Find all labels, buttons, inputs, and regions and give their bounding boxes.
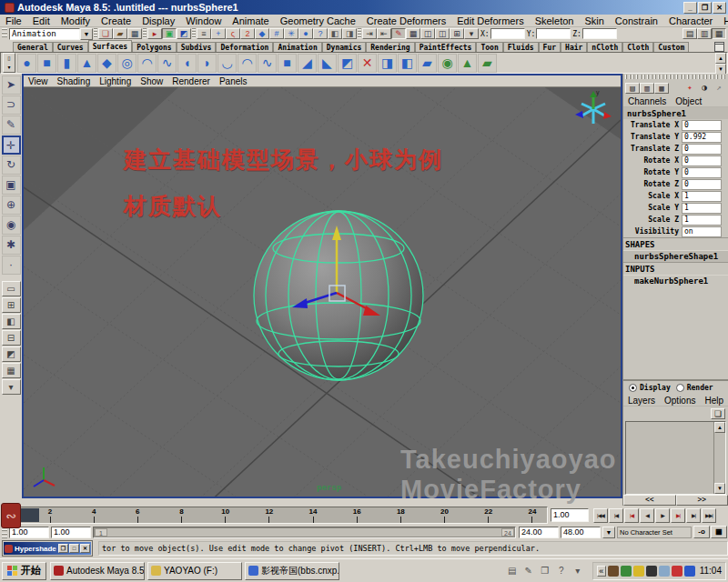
channel-label[interactable]: Scale X [623,192,682,200]
channel-label[interactable]: Translate Z [623,145,682,153]
enter-edit-mode-icon[interactable]: ⇥ [362,28,377,39]
time-tick[interactable]: 16 [351,507,362,523]
layer-editor-menu-item[interactable]: Help [700,396,728,406]
menu-item[interactable]: Constrain [610,15,663,27]
scroll-up-icon[interactable]: ▲ [715,53,726,64]
menu-set-selector[interactable]: Animation ▼ [9,28,93,40]
boundary-icon[interactable]: ■ [278,54,297,73]
help-icon[interactable]: ? [554,564,569,578]
hypershade-restore-button[interactable]: ❐ [58,544,68,553]
play-forward-button[interactable]: ▶ [655,508,670,523]
hypershade-close-button[interactable]: ✕ [80,544,90,553]
channel-label[interactable]: Rotate Z [623,180,682,188]
hypershade-persp-layout-button[interactable]: ◩ [2,346,21,362]
channel-value-input[interactable]: 0 [682,167,722,178]
auto-keyframe-icon[interactable]: ▦ [711,526,727,538]
coordinate-input[interactable] [582,28,617,39]
current-time-field[interactable]: 1.00 [551,508,589,522]
time-tick[interactable]: 8 [177,507,187,523]
persp-outliner-layout-button[interactable]: ◧ [2,314,21,329]
taskbar-task-button[interactable]: YAOYAO (F:) [147,562,242,580]
channel-value-input[interactable]: 1 [682,191,722,202]
separator[interactable] [94,28,97,39]
step-forward-frame-button[interactable]: ▶| [686,508,701,523]
taskbar-task-button[interactable]: 影视帝国(bbs.cnxp.com... [245,562,339,580]
tray-icon-6[interactable] [672,566,682,577]
printer-icon[interactable]: ▤ [505,564,520,578]
menu-item[interactable]: Character [663,15,718,27]
separator[interactable] [192,28,196,39]
exit-edit-mode-icon[interactable]: ⇤ [377,28,391,39]
toggle-tool-settings-icon[interactable]: ▥ [697,28,712,39]
shelf-selector-button[interactable]: ▯▾ [3,53,15,73]
menu-item[interactable]: Skin [579,15,609,27]
viewport-menu-item[interactable]: View [24,76,53,86]
channel-manip-mode-icon[interactable]: ▥ [640,83,654,94]
shelf-tab[interactable]: Deformation [216,42,273,52]
render-radio[interactable] [676,384,684,392]
shelf-tab[interactable]: Custom [653,42,689,52]
viewport-menu-item[interactable]: Renderer [167,76,215,86]
planar-icon[interactable]: ◖ [177,54,197,73]
character-set-dropdown-icon[interactable]: ▼ [602,527,615,538]
show-manipulator-tool[interactable]: ✱ [2,236,21,255]
layer-editor-menu-item[interactable]: Options [660,396,700,406]
range-end-handle[interactable]: 24 [501,528,514,537]
rotate-tool[interactable]: ↻ [2,156,21,175]
universal-manipulator-tool[interactable]: ⊕ [2,196,21,215]
nurbs-torus-icon[interactable]: ◎ [117,54,136,73]
viewport-menu-item[interactable]: Show [136,76,167,86]
minimize-button[interactable]: _ [683,2,697,14]
time-tick[interactable]: 12 [264,507,275,523]
paint-select-tool[interactable]: ✎ [2,115,21,135]
loft-icon[interactable]: ∿ [157,54,177,73]
go-to-end-button[interactable]: ▶▶| [702,508,716,523]
playback-end-field[interactable]: 24.00 [519,527,559,538]
viewport-menu-item[interactable]: Panels [215,76,252,86]
display-radio[interactable] [629,384,637,392]
menu-item[interactable]: Skeleton [530,15,580,27]
menu-item[interactable]: Edit [27,15,56,27]
go-to-start-button[interactable]: |◀◀ [593,508,608,523]
tray-icon-2[interactable] [621,566,632,577]
lock-selection-icon[interactable]: ◧ [328,28,342,39]
separator[interactable] [143,28,147,39]
layer-editor-menu-item[interactable]: Layers [623,396,660,406]
animation-end-field[interactable]: 48.00 [561,527,601,538]
nurbs-cube-icon[interactable]: ■ [37,54,56,73]
channel-slider-mode-icon[interactable]: ▤ [625,83,640,94]
insert-isoparms-icon[interactable]: ▲ [458,54,477,73]
ipr-render-icon[interactable]: ◫ [435,28,450,39]
shelf-tab[interactable]: Hair [561,42,587,52]
trash-icon[interactable] [714,42,724,52]
shelf-tab[interactable]: Toon [476,42,502,52]
extend-surfaces-icon[interactable]: ▰ [478,54,497,73]
viewport-menu-item[interactable]: Lighting [95,76,136,86]
layout-dropdown-button[interactable]: ▾ [2,379,21,395]
scroll-down-icon[interactable]: ▼ [714,483,725,494]
shelf-tab[interactable]: Surfaces [88,40,133,52]
time-tick[interactable]: 18 [395,507,406,523]
shaded-sphere-icon[interactable]: ◑ [697,83,712,94]
menu-item[interactable]: Modify [56,15,96,27]
input-node-name[interactable]: makeNurbSphere1 [623,275,728,286]
nurbs-cylinder-icon[interactable]: ▮ [57,54,76,73]
menu-item[interactable]: Geometry Cache [275,15,361,27]
render-globals-icon[interactable]: ⊞ [450,28,464,39]
playback-start-field[interactable]: 1.00 [51,527,91,538]
menu-item[interactable]: Create [96,15,136,27]
shelf-tab[interactable]: General [13,42,53,52]
single-pane-layout-button[interactable]: ▭ [2,281,21,296]
menu-item[interactable]: Create Deformers [361,15,451,27]
channel-box-menu-item[interactable]: Object [671,96,706,106]
attach-surfaces-icon[interactable]: ◨ [378,54,397,73]
shelf-tab[interactable]: Subdivs [177,42,217,52]
perspective-viewport[interactable]: ViewShadingLightingShowRendererPanels [22,74,622,498]
revolve-icon[interactable]: ◠ [137,54,157,73]
time-ruler[interactable]: 1 2 4 6 [11,507,548,524]
range-track[interactable]: 1 24 [93,527,516,538]
toggle-attribute-editor-icon[interactable]: ▤ [682,28,697,39]
channel-value-input[interactable]: on [682,226,722,237]
channel-label[interactable]: Rotate Y [623,168,682,176]
lasso-select-tool[interactable]: ⊃ [2,95,21,115]
